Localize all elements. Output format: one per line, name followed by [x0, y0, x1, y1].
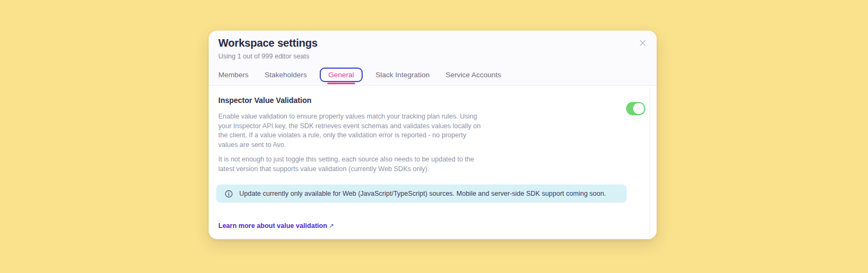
workspace-settings-modal: Workspace settings Using 1 out of 999 ed… [209, 31, 657, 239]
seats-usage-text: Using 1 out of 999 editor seats [218, 53, 647, 60]
close-button[interactable] [636, 37, 649, 50]
tab-slack-integration[interactable]: Slack Integration [376, 68, 430, 82]
tab-bar: Members Stakeholders General Slack Integ… [218, 68, 501, 82]
page-background: Workspace settings Using 1 out of 999 ed… [0, 0, 868, 273]
toggle-knob [633, 103, 644, 114]
learn-more-link[interactable]: Learn more about value validation↗ [218, 222, 334, 230]
info-circle-icon [225, 190, 233, 198]
external-link-icon: ↗ [329, 222, 334, 230]
page-title: Workspace settings [218, 37, 647, 49]
learn-more-label: Learn more about value validation [218, 222, 327, 230]
info-banner-text: Update currently only available for Web … [239, 190, 606, 197]
scrollbar-track[interactable] [650, 87, 650, 237]
close-icon [638, 39, 647, 49]
modal-header: Workspace settings Using 1 out of 999 ed… [209, 31, 657, 86]
tab-members[interactable]: Members [218, 68, 248, 82]
section-heading: Inspector Value Validation [218, 86, 647, 105]
info-banner: Update currently only available for Web … [216, 185, 627, 203]
general-tab-panel: Inspector Value Validation Enable value … [209, 86, 657, 239]
tab-general[interactable]: General [320, 68, 363, 82]
description-paragraph-2: It is not enough to just toggle this set… [218, 155, 482, 174]
value-validation-toggle[interactable] [626, 102, 645, 115]
tab-service-accounts[interactable]: Service Accounts [446, 68, 502, 82]
tab-stakeholders[interactable]: Stakeholders [264, 68, 307, 82]
description-paragraph-1: Enable value validation to ensure proper… [218, 112, 482, 150]
